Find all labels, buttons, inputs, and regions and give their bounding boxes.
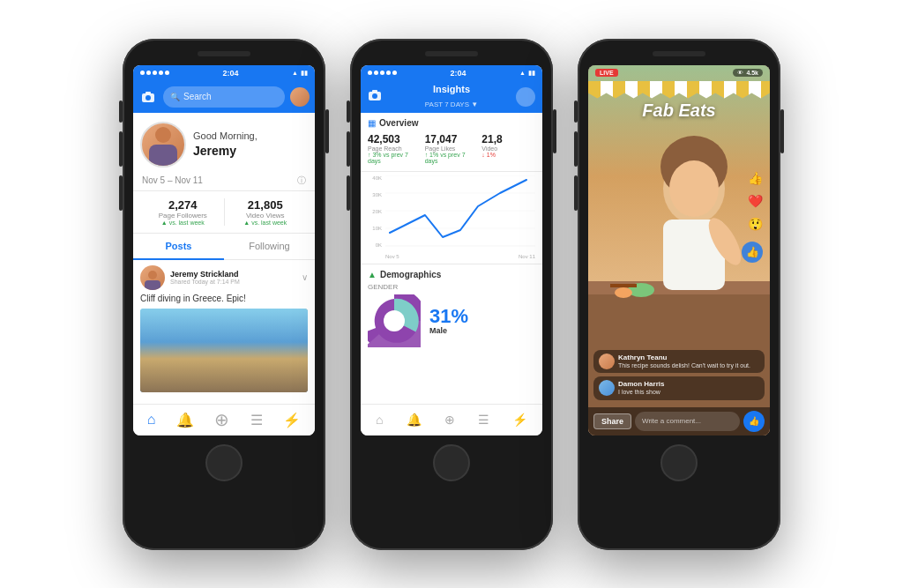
- p2-nav-plus-icon[interactable]: ⊕: [444, 413, 455, 427]
- p3-channel-name: Fab Eats: [588, 100, 770, 121]
- p3-comment-2-name: Damon Harris: [618, 380, 664, 388]
- p2-status-right: ▲ ▮▮: [519, 70, 535, 77]
- p1-status-right: ▲ ▮▮: [292, 70, 308, 77]
- svg-point-33: [615, 287, 632, 298]
- p2-demographics-title: ▲ Demographics: [368, 270, 535, 279]
- p3-comment-1-content: Kathryn Teanu This recipe sounds delish!…: [618, 354, 750, 369]
- p1-header-avatar[interactable]: [290, 87, 310, 107]
- p1-nav-bell-icon[interactable]: 🔔: [176, 412, 194, 428]
- p2-male-stats: 31% Male: [429, 307, 468, 335]
- p1-followers-num: 2,274: [142, 198, 224, 212]
- p2-nav: ⌂ 🔔 ⊕ ☰ ⚡: [361, 404, 542, 435]
- p2-chart-x-labels: Nov 5 Nov 11: [385, 249, 535, 264]
- tab-posts[interactable]: Posts: [133, 234, 224, 260]
- p3-comment-2: Damon Harris I love this show: [593, 376, 765, 399]
- p1-signal-dots: [140, 71, 169, 75]
- svg-rect-2: [146, 92, 151, 94]
- p2-demographics-section: ▲ Demographics GENDER: [361, 264, 542, 353]
- p1-search-bar[interactable]: 🔍 Search: [163, 86, 285, 108]
- p1-nav-plus-icon[interactable]: ⊕: [214, 409, 229, 430]
- p2-header-avatar[interactable]: [516, 87, 535, 107]
- p1-post-info: Jeremy Strickland Shared Today at 7:14 P…: [170, 270, 296, 285]
- p2-battery-icon: ▮▮: [528, 70, 535, 77]
- p1-info-icon[interactable]: ⓘ: [297, 175, 306, 187]
- p2-nav-home-icon[interactable]: ⌂: [376, 413, 383, 427]
- p1-up-arrow-views-icon: ▲: [243, 220, 250, 226]
- p3-comment-2-text: I love this show: [618, 388, 664, 396]
- p2-y-label-40k: 40K: [372, 175, 382, 181]
- p2-camera-icon[interactable]: [368, 89, 387, 105]
- p1-up-arrow-icon: ▲: [161, 220, 168, 226]
- p2-wifi-icon: ▲: [519, 70, 526, 76]
- p3-thumbs-up-icon: 👍: [749, 416, 759, 426]
- p2-video-label: Video: [481, 145, 535, 152]
- p1-battery-icon: ▮▮: [301, 70, 308, 77]
- p1-followers-change: ▲ vs. last week: [142, 220, 224, 226]
- p2-status-bar: 2:04 ▲ ▮▮: [361, 65, 542, 81]
- p3-comment-2-avatar: [599, 380, 615, 396]
- p3-reaction-1: 👍: [748, 171, 763, 185]
- p2-male-label: Male: [429, 326, 468, 335]
- p2-y-label-30k: 30K: [372, 192, 382, 197]
- p1-camera-icon[interactable]: [138, 87, 158, 107]
- phone-1: 2:04 ▲ ▮▮ 🔍 Search: [123, 39, 325, 550]
- p2-header: Insights PAST 7 DAYS ▼: [361, 81, 542, 113]
- p2-y-label-10k: 10K: [372, 226, 382, 231]
- p1-search-icon: 🔍: [170, 93, 180, 101]
- p3-view-num: 4.5k: [746, 70, 758, 76]
- p2-nav-bell-icon[interactable]: 🔔: [407, 413, 422, 427]
- p2-y-label-0k: 0K: [376, 242, 382, 248]
- p1-stats: 2,274 Page Followers ▲ vs. last week 21,…: [133, 191, 315, 234]
- p2-home-button[interactable]: [433, 444, 470, 481]
- p2-likes-label: Page Likes: [425, 145, 479, 152]
- p1-home-button[interactable]: [205, 444, 243, 481]
- p1-views-label: Video Views: [225, 212, 307, 220]
- p1-status-bar: 2:04 ▲ ▮▮: [133, 65, 315, 81]
- p1-greeting-name: Jeremy: [193, 143, 257, 159]
- p1-post-header: Jeremy Strickland Shared Today at 7:14 P…: [140, 265, 308, 290]
- p1-profile-section: Good Morning, Jeremy: [133, 113, 315, 173]
- phone-3-screen: LIVE 👁 4.5k Fab Eats 👍 ❤️ 😲 👍: [588, 65, 770, 435]
- svg-point-23: [384, 310, 405, 331]
- p1-search-text: Search: [183, 92, 212, 101]
- p1-date-range: Nov 5 – Nov 11: [142, 175, 203, 185]
- p3-like-side-icon[interactable]: 👍: [742, 242, 763, 263]
- p2-title-sub[interactable]: PAST 7 DAYS ▼: [425, 100, 478, 108]
- p1-nav-home-icon[interactable]: ⌂: [147, 412, 156, 428]
- p3-like-button[interactable]: 👍: [743, 411, 765, 432]
- p3-comment-1-name: Kathryn Teanu: [618, 354, 750, 361]
- p2-male-pct: 31%: [429, 307, 468, 326]
- p1-post-chevron-icon[interactable]: ∨: [302, 272, 308, 282]
- p1-nav-menu-icon[interactable]: ☰: [250, 412, 263, 428]
- p2-signal-dots: [368, 71, 397, 75]
- p3-share-button[interactable]: Share: [593, 413, 631, 429]
- p2-title-main: Insights: [387, 84, 516, 94]
- p3-home-button[interactable]: [660, 444, 698, 481]
- p3-comments: Kathryn Teanu This recipe sounds delish!…: [588, 350, 770, 403]
- p2-metric-video: 21,8 Video ↓ 1%: [481, 133, 535, 164]
- p1-post: Jeremy Strickland Shared Today at 7:14 P…: [133, 260, 315, 392]
- svg-point-30: [669, 160, 719, 217]
- p1-wifi-icon: ▲: [292, 70, 298, 76]
- tab-following[interactable]: Following: [224, 234, 315, 259]
- p2-nav-menu-icon[interactable]: ☰: [478, 413, 489, 427]
- p2-time: 2:04: [451, 69, 466, 78]
- p3-comment-1-avatar: [599, 354, 615, 369]
- p3-reaction-2: ❤️: [748, 194, 763, 208]
- p1-greeting: Good Morning, Jeremy: [193, 130, 257, 158]
- p2-demographics-label: Demographics: [380, 270, 441, 279]
- p3-comment-input[interactable]: Write a comment...: [635, 412, 740, 431]
- scene: 2:04 ▲ ▮▮ 🔍 Search: [0, 0, 903, 588]
- p2-overview-label: Overview: [379, 118, 418, 128]
- p2-metric-reach: 42,503 Page Reach ↑ 3% vs prev 7 days: [368, 133, 422, 164]
- svg-rect-15: [372, 90, 377, 93]
- p2-chart-container: 40K 30K 20K 10K 0K: [361, 172, 542, 264]
- p1-nav-activity-icon[interactable]: ⚡: [283, 412, 301, 428]
- p1-stat-followers: 2,274 Page Followers ▲ vs. last week: [142, 198, 225, 226]
- p2-nav-insights-icon[interactable]: ⚡: [512, 413, 527, 427]
- svg-point-14: [372, 93, 377, 99]
- p3-comment-placeholder: Write a comment...: [642, 417, 701, 425]
- p2-reach-num: 42,503: [368, 133, 422, 145]
- p1-profile-avatar[interactable]: [140, 122, 186, 167]
- p1-greeting-top: Good Morning,: [193, 130, 257, 142]
